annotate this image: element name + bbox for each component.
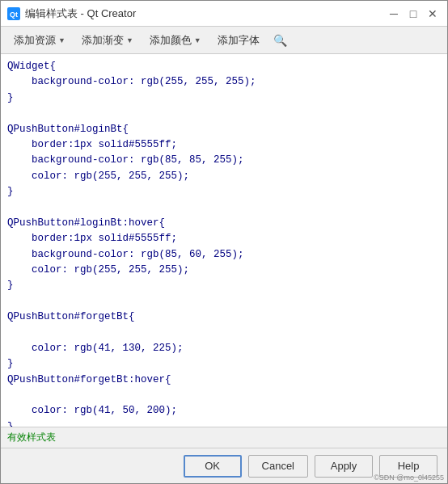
add-color-label: 添加颜色 <box>150 33 192 48</box>
app-icon: Qt <box>7 7 20 20</box>
code-editor[interactable]: QWidget{ background-color: rgb(255, 255,… <box>1 54 447 427</box>
add-color-button[interactable]: 添加颜色 ▼ <box>143 31 208 50</box>
editor-area: QWidget{ background-color: rgb(255, 255,… <box>1 54 447 427</box>
title-bar: Qt 编辑样式表 - Qt Creator ─ □ ✕ <box>1 1 447 27</box>
status-text: 有效样式表 <box>7 431 56 444</box>
add-gradient-label: 添加渐变 <box>82 33 124 48</box>
minimize-button[interactable]: ─ <box>386 6 402 22</box>
add-font-button[interactable]: 添加字体 <box>211 31 266 50</box>
maximize-button[interactable]: □ <box>405 6 421 22</box>
add-resource-label: 添加资源 <box>14 33 56 48</box>
ok-button[interactable]: OK <box>184 455 242 478</box>
window-title: 编辑样式表 - Qt Creator <box>25 6 136 21</box>
add-gradient-arrow: ▼ <box>126 36 133 44</box>
main-window: Qt 编辑样式表 - Qt Creator ─ □ ✕ 添加资源 ▼ 添加渐变 … <box>0 0 448 484</box>
apply-button[interactable]: Apply <box>315 455 373 478</box>
add-gradient-button[interactable]: 添加渐变 ▼ <box>75 31 140 50</box>
button-bar: OK Cancel Apply Help ©SDN @mo_0l45255 <box>1 448 447 483</box>
code-text: QWidget{ background-color: rgb(255, 255,… <box>7 61 256 427</box>
svg-text:Qt: Qt <box>10 11 18 19</box>
add-font-label: 添加字体 <box>218 33 260 48</box>
title-bar-left: Qt 编辑样式表 - Qt Creator <box>7 6 136 21</box>
toolbar: 添加资源 ▼ 添加渐变 ▼ 添加颜色 ▼ 添加字体 🔍 <box>1 27 447 54</box>
add-color-arrow: ▼ <box>194 36 201 44</box>
window-controls: ─ □ ✕ <box>386 6 441 22</box>
add-resource-arrow: ▼ <box>58 36 66 44</box>
status-bar: 有效样式表 <box>1 427 447 448</box>
cancel-button[interactable]: Cancel <box>248 455 308 478</box>
search-icon[interactable]: 🔍 <box>273 32 289 48</box>
help-button[interactable]: Help <box>379 455 437 478</box>
close-button[interactable]: ✕ <box>425 6 441 22</box>
add-resource-button[interactable]: 添加资源 ▼ <box>7 31 72 50</box>
